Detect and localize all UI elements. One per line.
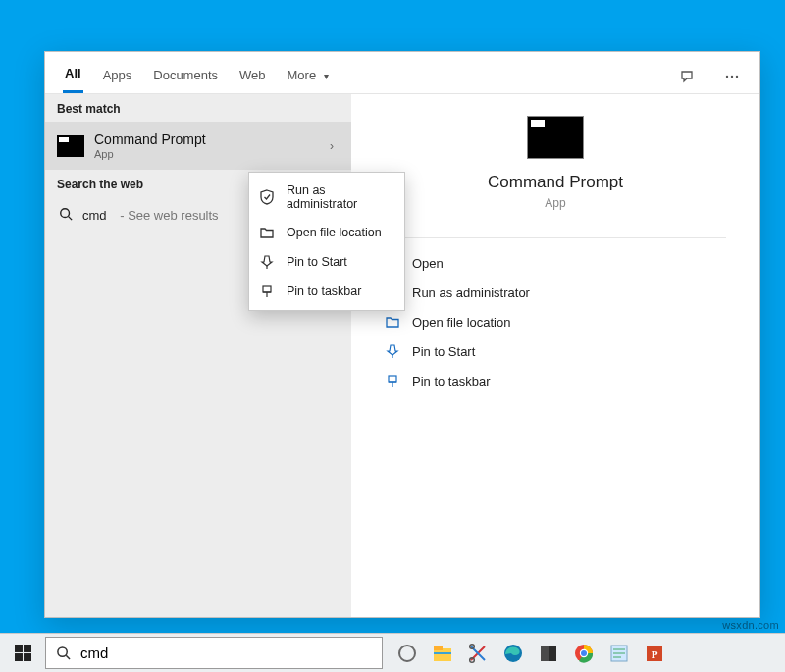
ctx-pin-to-start[interactable]: Pin to Start (249, 247, 404, 277)
preview-actions: Open Run as administrator Open file loca… (351, 244, 759, 399)
action-label: Pin to Start (412, 344, 475, 359)
preview-header: Command Prompt App (351, 112, 759, 226)
result-text: Command Prompt App (94, 131, 206, 160)
ctx-label: Run as administrator (287, 183, 394, 211)
chrome-icon (573, 643, 595, 664)
result-command-prompt[interactable]: Command Prompt App › (45, 122, 351, 170)
ctx-run-as-admin[interactable]: Run as administrator (249, 177, 404, 218)
taskbar-powerpoint[interactable] (638, 634, 671, 673)
taskbar-app-dark[interactable] (532, 634, 565, 673)
ctx-label: Open file location (287, 226, 382, 239)
edge-icon (502, 643, 524, 664)
app-icon (538, 643, 559, 664)
web-hint: - See web results (117, 208, 219, 223)
ctx-label: Pin to taskbar (287, 284, 361, 298)
context-menu: Run as administrator Open file location … (248, 172, 405, 311)
pin-icon (385, 373, 400, 388)
action-label: Run as administrator (412, 285, 530, 300)
tab-all[interactable]: All (63, 60, 83, 93)
feedback-button[interactable] (673, 65, 701, 88)
action-label: Open file location (412, 315, 510, 330)
action-pin-to-taskbar[interactable]: Pin to taskbar (373, 366, 738, 395)
pin-icon (385, 343, 400, 359)
command-prompt-icon (57, 135, 84, 157)
preview-title: Command Prompt (351, 173, 759, 192)
taskbar-chrome[interactable] (567, 634, 601, 673)
snip-icon (467, 643, 489, 664)
search-input[interactable] (80, 645, 382, 661)
ctx-label: Pin to Start (287, 255, 347, 269)
options-button[interactable] (718, 65, 746, 88)
shield-icon (259, 189, 275, 205)
search-icon (59, 207, 73, 224)
folder-icon (385, 314, 400, 330)
start-button[interactable] (0, 634, 45, 672)
result-preview-pane: Command Prompt App Open Run as administr… (351, 94, 759, 617)
search-results-window: All Apps Documents Web More ▾ Best match… (44, 51, 760, 618)
preview-subtitle: App (351, 196, 759, 210)
chevron-right-icon: › (330, 139, 340, 153)
action-label: Open (412, 256, 444, 271)
chevron-down-icon: ▾ (324, 71, 329, 81)
taskbar-edge[interactable] (497, 634, 530, 673)
cortana-icon (396, 643, 418, 664)
tab-more[interactable]: More ▾ (286, 62, 331, 92)
taskbar-snip[interactable] (461, 634, 495, 673)
search-icon (46, 646, 80, 660)
file-explorer-icon (432, 643, 453, 664)
action-label: Pin to taskbar (412, 374, 491, 388)
command-prompt-icon (527, 116, 584, 159)
action-open[interactable]: Open (373, 248, 738, 278)
taskbar (0, 633, 785, 672)
tab-documents[interactable]: Documents (151, 62, 220, 92)
folder-icon (259, 225, 275, 240)
notepad-icon (608, 643, 630, 664)
taskbar-file-explorer[interactable] (426, 634, 459, 673)
action-run-as-admin[interactable]: Run as administrator (373, 278, 738, 307)
more-icon (724, 69, 740, 84)
taskbar-search-box[interactable] (45, 637, 383, 669)
action-pin-to-start[interactable]: Pin to Start (373, 336, 738, 366)
feedback-icon (679, 69, 695, 84)
pin-icon (259, 284, 275, 299)
ctx-open-file-location[interactable]: Open file location (249, 218, 404, 247)
best-match-header: Best match (45, 94, 351, 122)
result-subtitle: App (94, 148, 206, 160)
tab-apps[interactable]: Apps (101, 62, 134, 92)
powerpoint-icon (644, 643, 665, 664)
taskbar-pinned-apps (383, 634, 671, 672)
taskbar-notepad[interactable] (602, 634, 636, 673)
watermark: wsxdn.com (722, 619, 779, 631)
pin-icon (259, 254, 275, 270)
taskbar-cortana[interactable] (391, 634, 424, 673)
windows-logo-icon (15, 645, 31, 661)
tab-more-label: More (288, 68, 317, 82)
web-query: cmd (82, 208, 107, 223)
result-title: Command Prompt (94, 131, 206, 147)
divider (385, 237, 726, 238)
tab-web[interactable]: Web (237, 62, 268, 92)
action-open-file-location[interactable]: Open file location (373, 307, 738, 336)
search-scope-tabs: All Apps Documents Web More ▾ (45, 52, 759, 94)
ctx-pin-to-taskbar[interactable]: Pin to taskbar (249, 277, 404, 306)
